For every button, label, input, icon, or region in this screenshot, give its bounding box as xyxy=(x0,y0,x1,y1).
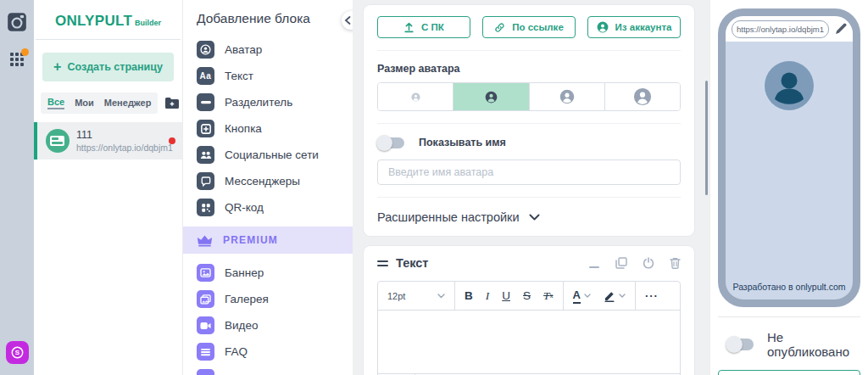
by-link-button[interactable]: По ссылке xyxy=(482,16,576,38)
avatar-block-icon xyxy=(197,41,214,59)
block-item-partial[interactable] xyxy=(183,365,353,375)
settings-scrollbar-thumb[interactable] xyxy=(705,81,708,195)
avatar-name-input[interactable] xyxy=(377,160,681,185)
avatar-settings-card: С ПК По ссылке Из аккаунта Размер аватар… xyxy=(364,5,694,236)
crown-icon xyxy=(197,234,213,247)
strikethrough-button[interactable]: S xyxy=(523,290,531,302)
duplicate-block-button[interactable] xyxy=(615,257,627,269)
block-label: Видео xyxy=(225,319,258,332)
underline-button[interactable]: U xyxy=(502,290,510,302)
edit-url-pencil-icon[interactable] xyxy=(835,23,847,35)
page-list-item[interactable]: 111 https://onlytap.io/dqbjm1 xyxy=(34,122,182,160)
rich-text-editor: 12pt B I U S Tx A xyxy=(377,281,681,375)
preview-url-pill[interactable]: https://onlytap.io/dqbjm1 xyxy=(732,20,829,38)
block-item-video[interactable]: Видео xyxy=(183,312,353,339)
from-account-button[interactable]: Из аккаунта xyxy=(587,16,681,38)
app-rail: S xyxy=(0,0,34,375)
logo-divider xyxy=(36,39,181,40)
preview-footer-text: Разработано в onlypult.com xyxy=(726,282,853,292)
by-link-label: По ссылке xyxy=(512,22,564,32)
avatar-size-option-m[interactable] xyxy=(529,83,604,110)
tab-all[interactable]: Все xyxy=(47,97,64,109)
collapse-panel-button[interactable] xyxy=(342,11,353,30)
show-name-label: Показывать имя xyxy=(419,137,506,148)
add-folder-button[interactable] xyxy=(164,97,180,109)
support-chat-button[interactable]: S xyxy=(6,341,29,364)
minimize-block-button[interactable] xyxy=(588,257,600,269)
tab-mine[interactable]: Мои xyxy=(75,98,94,109)
avatar-size-option-xs[interactable] xyxy=(378,83,453,110)
upload-from-pc-button[interactable]: С ПК xyxy=(377,16,470,38)
block-item-messengers[interactable]: Мессенджеры xyxy=(183,168,353,194)
toggle-knob xyxy=(726,336,743,353)
block-item-faq[interactable]: FAQ xyxy=(183,339,353,365)
save-button[interactable]: Сохранить xyxy=(718,370,860,375)
faq-block-icon xyxy=(197,343,214,361)
editor-toolbar: 12pt B I U S Tx A xyxy=(378,282,680,311)
instagram-nav-button[interactable] xyxy=(6,11,28,33)
color-group: A xyxy=(564,282,636,310)
block-item-divider[interactable]: Разделитель xyxy=(183,89,353,115)
preview-avatar xyxy=(765,61,814,110)
divider-block-icon xyxy=(197,93,214,111)
tab-manager[interactable]: Менеджер xyxy=(104,98,152,109)
block-label: Социальные сети xyxy=(225,148,319,161)
bold-button[interactable]: B xyxy=(465,290,473,302)
clear-format-button[interactable]: Tx xyxy=(543,290,554,302)
more-tools-group: ··· xyxy=(636,282,668,310)
banner-block-icon xyxy=(197,264,214,282)
chevron-down-icon xyxy=(529,214,540,221)
premium-label: PREMIUM xyxy=(223,234,278,246)
plus-icon: + xyxy=(53,60,61,74)
brand-logo-suffix: Builder xyxy=(135,19,161,27)
highlight-pen-icon xyxy=(604,290,615,302)
block-item-avatar[interactable]: Аватар xyxy=(183,36,353,63)
disable-block-button[interactable] xyxy=(643,257,654,269)
phone-url-bar: https://onlytap.io/dqbjm1 xyxy=(726,16,853,42)
social-block-icon xyxy=(197,146,214,164)
editor-content-area[interactable] xyxy=(378,311,680,373)
show-name-row: Показывать имя xyxy=(377,137,681,148)
block-item-button[interactable]: Кнопка xyxy=(183,115,353,142)
from-account-label: Из аккаунта xyxy=(615,22,672,32)
button-block-icon xyxy=(197,120,214,137)
text-color-label: A xyxy=(573,288,581,304)
instagram-icon xyxy=(6,11,28,33)
block-item-gallery[interactable]: Галерея xyxy=(183,286,353,312)
block-item-banner[interactable]: Баннер xyxy=(183,260,353,286)
drag-handle-icon[interactable] xyxy=(377,260,388,266)
section-divider xyxy=(377,123,681,124)
support-icon: S xyxy=(10,345,25,360)
qr-block-icon xyxy=(197,199,214,216)
italic-button[interactable]: I xyxy=(486,290,490,302)
block-label: Аватар xyxy=(225,43,262,56)
more-tools-button[interactable]: ··· xyxy=(645,289,659,302)
advanced-settings-toggle[interactable]: Расширенные настройки xyxy=(377,210,681,224)
preview-panel: https://onlytap.io/dqbjm1 Разработано в … xyxy=(709,0,868,375)
text-color-button[interactable]: A xyxy=(573,288,591,304)
publish-toggle[interactable] xyxy=(728,339,754,350)
block-label: Текст xyxy=(225,70,253,82)
font-size-dropdown[interactable]: 12pt xyxy=(378,282,455,310)
highlight-color-button[interactable] xyxy=(604,290,626,302)
notification-badge-dot xyxy=(21,48,29,56)
brand-logo-text: ONLYPULT xyxy=(55,13,132,30)
phone-screen: Разработано в onlypult.com xyxy=(726,42,853,299)
premium-section-header[interactable]: PREMIUM xyxy=(183,227,353,254)
brand-logo: ONLYPULT Builder xyxy=(34,0,182,39)
block-item-qr[interactable]: QR-код xyxy=(183,194,353,221)
block-item-text[interactable]: Aa Текст xyxy=(183,63,353,89)
upload-icon xyxy=(403,22,415,33)
avatar-size-option-s[interactable] xyxy=(453,83,528,110)
text-block-header: Текст xyxy=(377,256,681,270)
upload-from-pc-label: С ПК xyxy=(421,22,444,32)
create-page-button[interactable]: + Создать страницу xyxy=(42,53,174,81)
delete-block-button[interactable] xyxy=(670,257,681,269)
avatar-size-label: Размер аватара xyxy=(377,63,681,75)
pages-sidebar: ONLYPULT Builder + Создать страницу Все … xyxy=(34,0,183,375)
show-name-toggle[interactable] xyxy=(379,137,404,148)
block-item-social[interactable]: Социальные сети xyxy=(183,142,353,168)
publish-divider xyxy=(718,316,860,317)
apps-nav-button[interactable] xyxy=(9,52,25,67)
avatar-size-option-l[interactable] xyxy=(604,83,680,110)
